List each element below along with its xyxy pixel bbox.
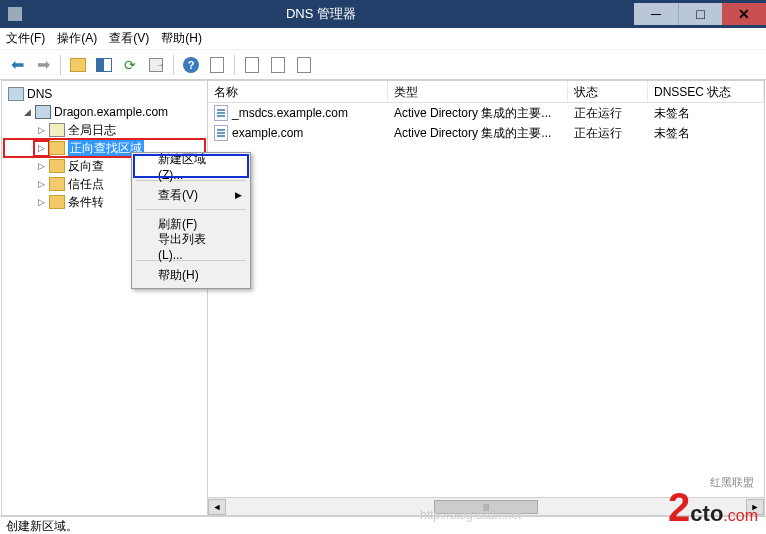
tree-label: 全局日志 [68,122,116,139]
column-status[interactable]: 状态 [568,81,648,102]
window-controls: ─ □ ✕ [634,3,766,25]
sheet-icon [245,57,259,73]
list-row[interactable]: _msdcs.example.com Active Directory 集成的主… [208,103,764,123]
menu-separator [136,209,246,210]
status-bar: 创建新区域。 [0,516,766,534]
tree-panel: DNS ◢ Dragon.example.com ▷ 全局日志 ▷ 正向查找区域… [2,81,208,515]
server-icon [35,105,51,119]
ctx-label: 查看(V) [158,187,198,204]
cell-status: 正在运行 [568,122,648,145]
sheet-button-4[interactable] [293,54,315,76]
separator [234,55,235,75]
maximize-button[interactable]: □ [678,3,722,25]
collapse-icon[interactable]: ◢ [22,107,33,118]
folder-icon [70,58,86,72]
status-text: 创建新区域。 [6,518,78,534]
grid-icon [96,58,112,72]
menu-bar: 文件(F) 操作(A) 查看(V) 帮助(H) [0,28,766,50]
arrow-left-icon: ⬅ [11,55,24,74]
tree-root-dns[interactable]: DNS [4,85,205,103]
folder-icon [49,177,65,191]
list-panel: 名称 类型 状态 DNSSEC 状态 _msdcs.example.com Ac… [208,81,764,515]
tree-label: 信任点 [68,176,104,193]
tree-label: 条件转 [68,194,104,211]
help-icon: ? [183,57,199,73]
separator [60,55,61,75]
menu-file[interactable]: 文件(F) [6,30,45,47]
back-button[interactable]: ⬅ [6,54,28,76]
app-icon [8,7,22,21]
column-dnssec[interactable]: DNSSEC 状态 [648,81,764,102]
menu-help[interactable]: 帮助(H) [161,30,202,47]
expand-icon[interactable]: ▷ [36,179,47,190]
menu-action[interactable]: 操作(A) [57,30,97,47]
scroll-left-button[interactable]: ◄ [208,499,226,515]
ctx-label: 导出列表(L)... [158,231,230,262]
menu-view[interactable]: 查看(V) [109,30,149,47]
tree-label: DNS [27,87,52,101]
sheet-button-3[interactable] [267,54,289,76]
sheet-icon [271,57,285,73]
ctx-label: 新建区域(Z)... [158,151,230,182]
close-button[interactable]: ✕ [722,3,766,25]
ctx-export-list[interactable]: 导出列表(L)... [134,235,248,257]
log-icon [49,123,65,137]
sheet-button-1[interactable] [206,54,228,76]
minimize-button[interactable]: ─ [634,3,678,25]
folder-icon [49,159,65,173]
dns-icon [8,87,24,101]
tree-label: 反向查 [68,158,104,175]
cell-name: _msdcs.example.com [232,106,348,120]
watermark-2: 2 [668,485,690,530]
expand-icon[interactable]: ▷ [36,197,47,208]
up-button[interactable] [67,54,89,76]
sheet-icon [297,57,311,73]
forward-button[interactable]: ➡ [32,54,54,76]
context-menu: 新建区域(Z)... 查看(V)▶ 刷新(F) 导出列表(L)... 帮助(H) [131,152,251,289]
zone-icon [214,105,228,121]
sheet-icon [210,57,224,73]
ctx-view[interactable]: 查看(V)▶ [134,184,248,206]
separator [173,55,174,75]
ctx-help[interactable]: 帮助(H) [134,264,248,286]
window-title: DNS 管理器 [217,5,426,23]
zone-icon [214,125,228,141]
expand-icon[interactable]: ▷ [36,125,47,136]
refresh-icon: ⟳ [124,57,136,73]
main-area: DNS ◢ Dragon.example.com ▷ 全局日志 ▷ 正向查找区域… [1,80,765,516]
list-header: 名称 类型 状态 DNSSEC 状态 [208,81,764,103]
ctx-new-zone[interactable]: 新建区域(Z)... [134,155,248,177]
column-name[interactable]: 名称 [208,81,388,102]
title-bar: DNS 管理器 ─ □ ✕ [0,0,766,28]
folder-icon [49,195,65,209]
tree-global-log[interactable]: ▷ 全局日志 [4,121,205,139]
export-icon [149,58,163,72]
expand-icon[interactable]: ▷ [36,143,47,154]
tree-label: Dragon.example.com [54,105,168,119]
folder-icon [49,141,65,155]
help-button[interactable]: ? [180,54,202,76]
cell-dnssec: 未签名 [648,122,764,145]
expand-icon[interactable]: ▷ [36,161,47,172]
ctx-label: 帮助(H) [158,267,199,284]
watermark-url: http://blog.csdn.net [420,508,521,522]
watermark-cto: cto [690,501,723,527]
cell-name: example.com [232,126,303,140]
sheet-button-2[interactable] [241,54,263,76]
cell-type: Active Directory 集成的主要... [388,122,568,145]
watermark-com: .com [723,507,758,525]
refresh-button[interactable]: ⟳ [119,54,141,76]
submenu-arrow-icon: ▶ [235,190,242,200]
toolbar: ⬅ ➡ ⟳ ? [0,50,766,80]
watermark-logo: 2 cto .com [668,485,758,530]
arrow-right-icon: ➡ [37,55,50,74]
list-row[interactable]: example.com Active Directory 集成的主要... 正在… [208,123,764,143]
tree-server[interactable]: ◢ Dragon.example.com [4,103,205,121]
export-button[interactable] [145,54,167,76]
column-type[interactable]: 类型 [388,81,568,102]
properties-button[interactable] [93,54,115,76]
